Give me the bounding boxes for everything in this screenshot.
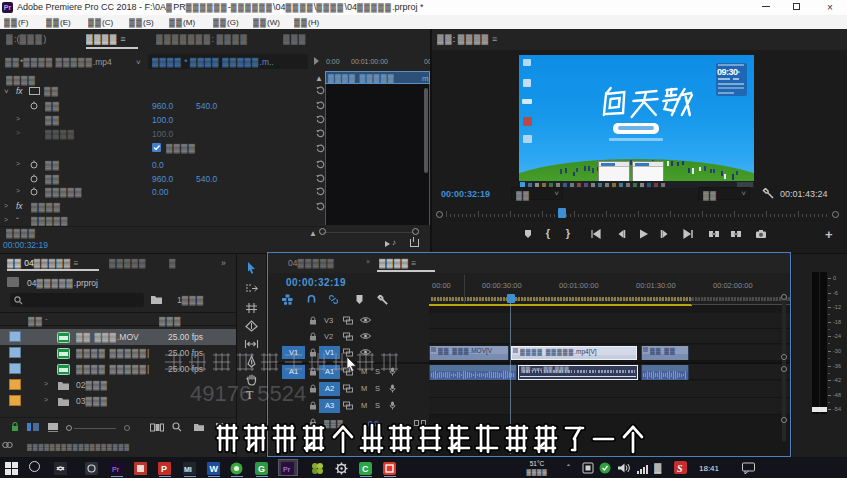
svg-text:S: S <box>677 463 683 474</box>
svg-text:MI: MI <box>184 466 192 473</box>
svg-text:Pr: Pr <box>112 466 120 473</box>
svg-text:Pr: Pr <box>283 466 291 473</box>
svg-text:C: C <box>362 464 369 474</box>
svg-text:W: W <box>210 464 219 474</box>
svg-text:G: G <box>258 464 265 474</box>
svg-text:P: P <box>161 464 167 474</box>
